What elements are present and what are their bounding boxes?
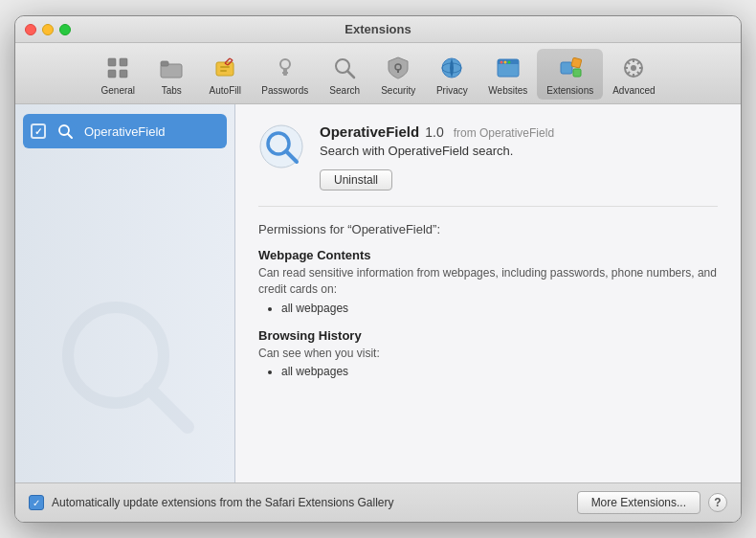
svg-rect-2 [120, 58, 127, 66]
maximize-button[interactable] [59, 24, 71, 35]
tabs-icon [156, 53, 187, 83]
perm-webpage-desc: Can read sensitive information from webp… [258, 265, 718, 298]
general-label: General [101, 85, 136, 96]
more-extensions-button[interactable]: More Extensions... [577, 491, 700, 514]
footer-left: ✓ Automatically update extensions from t… [29, 495, 394, 510]
svg-rect-8 [220, 70, 227, 72]
svg-point-13 [280, 59, 290, 69]
privacy-icon [436, 53, 467, 83]
content-area: ✓ OperativeField [15, 104, 741, 482]
svg-line-37 [628, 62, 630, 64]
svg-rect-15 [282, 72, 288, 74]
close-button[interactable] [25, 24, 36, 35]
svg-rect-30 [573, 69, 581, 77]
auto-update-checkbox[interactable]: ✓ [29, 495, 44, 510]
security-label: Security [381, 85, 415, 96]
svg-point-26 [503, 61, 506, 64]
titlebar: Extensions [15, 16, 741, 43]
security-icon [383, 53, 413, 83]
svg-rect-29 [571, 57, 582, 68]
extension-sidebar-icon [54, 120, 77, 143]
perm-webpage-list: all webpages [258, 302, 718, 315]
svg-line-39 [637, 62, 639, 64]
uninstall-button[interactable]: Uninstall [320, 169, 392, 191]
svg-rect-0 [108, 58, 116, 66]
extension-version: 1.0 [425, 124, 443, 140]
svg-line-11 [230, 58, 233, 60]
extension-from: from OperativeField [454, 126, 554, 140]
toolbar-item-passwords[interactable]: Passwords [252, 49, 318, 100]
svg-line-40 [628, 72, 630, 74]
svg-point-27 [507, 61, 510, 64]
footer-right: More Extensions... ? [577, 491, 727, 514]
toolbar-item-search[interactable]: Search [318, 49, 371, 100]
svg-rect-5 [161, 61, 168, 66]
svg-point-43 [68, 307, 164, 403]
extension-main-icon [258, 123, 304, 169]
toolbar-item-autofill[interactable]: AutoFill [198, 49, 252, 100]
auto-update-label: Automatically update extensions from the… [52, 496, 394, 509]
passwords-icon [270, 53, 300, 83]
search-label: Search [329, 85, 360, 96]
tabs-label: Tabs [162, 85, 182, 96]
autofill-icon [210, 53, 240, 83]
toolbar: General Tabs [15, 43, 741, 104]
svg-point-32 [631, 65, 636, 71]
passwords-label: Passwords [261, 85, 308, 96]
footer: ✓ Automatically update extensions from t… [15, 482, 741, 522]
minimize-button[interactable] [42, 24, 54, 35]
toolbar-item-general[interactable]: General [91, 49, 145, 100]
extension-description: Search with OperativeField search. [320, 144, 554, 158]
advanced-label: Advanced [612, 85, 655, 96]
perm-webpage-item: all webpages [281, 302, 718, 315]
toolbar-item-tabs[interactable]: Tabs [145, 49, 198, 100]
websites-label: Websites [488, 85, 527, 96]
privacy-label: Privacy [436, 85, 468, 96]
extensions-icon [555, 53, 586, 83]
extension-checkbox[interactable]: ✓ [31, 123, 46, 139]
toolbar-item-extensions[interactable]: Extensions [537, 49, 603, 100]
sidebar-extension-item[interactable]: ✓ OperativeField [23, 114, 227, 148]
svg-line-17 [347, 71, 354, 78]
general-icon [102, 53, 133, 83]
extensions-label: Extensions [546, 85, 593, 96]
window-title: Extensions [345, 22, 411, 36]
svg-rect-7 [220, 66, 230, 68]
perm-history-item: all webpages [281, 365, 718, 378]
svg-rect-3 [120, 70, 127, 78]
extension-sidebar-name: OperativeField [84, 124, 166, 139]
sidebar: ✓ OperativeField [15, 104, 235, 482]
permission-group-history: Browsing History Can see when you visit:… [258, 328, 718, 379]
perm-webpage-title: Webpage Contents [258, 248, 718, 262]
extension-info: OperativeField 1.0 from OperativeField S… [320, 123, 554, 191]
perm-history-desc: Can see when you visit: [258, 346, 718, 362]
toolbar-item-privacy[interactable]: Privacy [425, 49, 478, 100]
svg-rect-1 [108, 70, 116, 78]
extension-title: OperativeField 1.0 from OperativeField [320, 123, 554, 140]
permissions-title: Permissions for “OperativeField”: [258, 222, 718, 236]
permissions-section: Permissions for “OperativeField”: Webpag… [258, 222, 718, 378]
svg-rect-28 [561, 62, 572, 74]
traffic-lights [25, 24, 71, 35]
main-window: Extensions General Tabs [14, 15, 742, 523]
autofill-label: AutoFill [210, 85, 241, 96]
websites-icon [493, 53, 523, 83]
sidebar-watermark [49, 288, 202, 444]
svg-line-44 [149, 389, 188, 427]
svg-point-25 [500, 61, 502, 64]
help-button[interactable]: ? [708, 493, 727, 512]
perm-history-title: Browsing History [258, 328, 718, 343]
toolbar-item-advanced[interactable]: Advanced [603, 49, 664, 100]
svg-rect-6 [216, 62, 233, 76]
toolbar-item-websites[interactable]: Websites [478, 49, 537, 100]
advanced-icon [618, 53, 649, 83]
main-panel: OperativeField 1.0 from OperativeField S… [235, 104, 741, 482]
extension-header: OperativeField 1.0 from OperativeField S… [258, 123, 718, 207]
svg-rect-19 [397, 69, 399, 73]
svg-line-42 [68, 134, 72, 138]
toolbar-item-security[interactable]: Security [371, 49, 425, 100]
perm-history-list: all webpages [258, 365, 718, 378]
permission-group-webpage: Webpage Contents Can read sensitive info… [258, 248, 718, 315]
search-icon [329, 53, 360, 83]
svg-line-38 [637, 72, 639, 74]
